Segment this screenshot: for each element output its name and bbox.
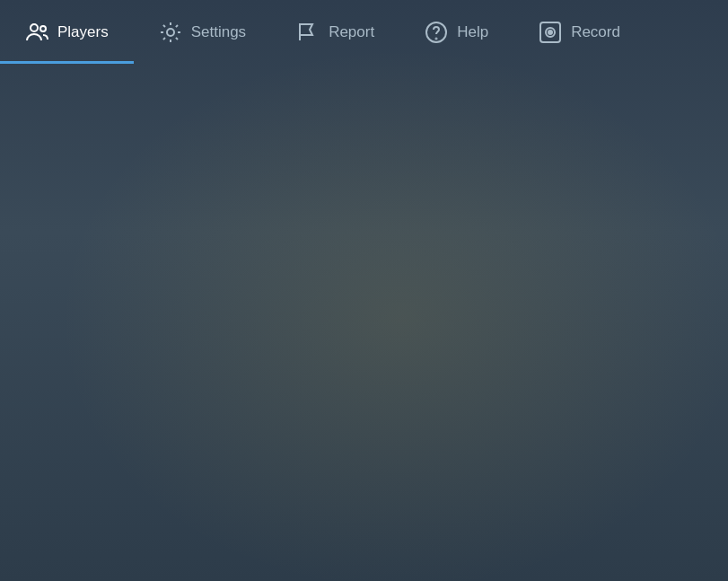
nav-item-record[interactable]: Record [513,0,645,64]
record-icon [539,21,562,44]
nav-settings-label: Settings [191,23,246,41]
nav-item-settings[interactable]: Settings [134,0,271,64]
players-icon [25,21,48,44]
nav-players-label: Players [57,23,109,41]
nav-help-label: Help [457,23,488,41]
svg-point-5 [436,38,437,39]
nav-record-label: Record [571,23,620,41]
svg-point-8 [548,31,552,34]
nav-item-players[interactable]: Players [0,0,134,64]
settings-icon [159,21,182,44]
nav-item-help[interactable]: Help [399,0,513,64]
report-icon [296,21,320,44]
svg-point-1 [40,26,46,31]
nav-report-label: Report [329,23,374,41]
svg-point-0 [31,24,38,31]
help-icon [425,21,448,44]
nav-item-report[interactable]: Report [271,0,399,64]
svg-point-2 [167,29,174,36]
nav-bar: Players Settings Report Help [0,0,728,66]
